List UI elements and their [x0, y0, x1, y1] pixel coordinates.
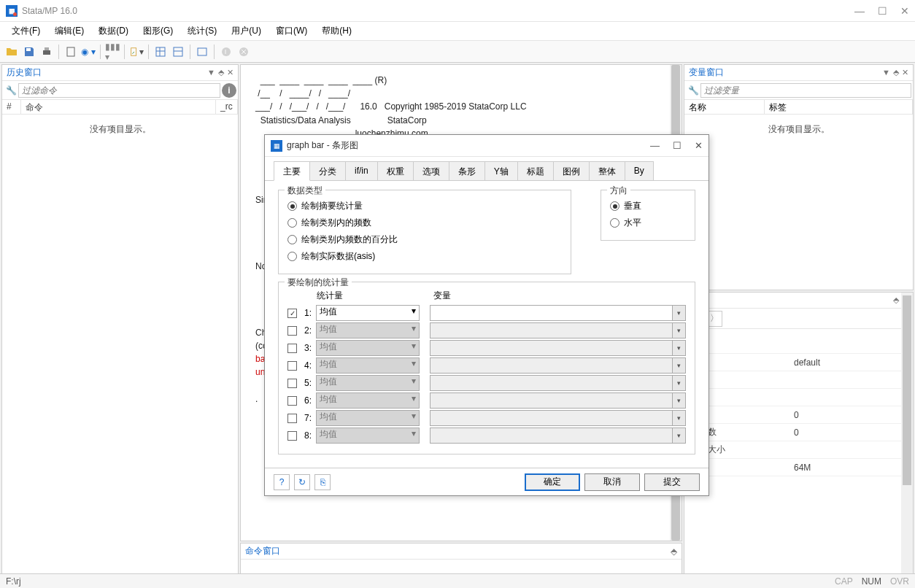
- info-icon[interactable]: i: [222, 83, 236, 98]
- variables-manager-icon[interactable]: [195, 45, 209, 59]
- datatype-radio-0[interactable]: 绘制摘要统计量: [287, 198, 562, 214]
- stat-row-6: 6:均值 ▾▾: [287, 392, 686, 409]
- dialog-maximize-button[interactable]: ☐: [673, 140, 682, 151]
- viewer-icon[interactable]: ◉ ▾: [81, 45, 96, 59]
- var-select-1[interactable]: ▾: [430, 305, 686, 321]
- graph-bar-dialog: ▦ graph bar - 条形图 — ☐ ✕ 主要分类if/in权重选项条形Y…: [264, 134, 709, 496]
- close-panel-icon[interactable]: ✕: [227, 68, 233, 77]
- tab-0[interactable]: 主要: [274, 161, 310, 181]
- properties-scrollbar[interactable]: [901, 293, 913, 586]
- data-editor-icon[interactable]: [153, 45, 168, 59]
- pin-icon[interactable]: ⬘: [218, 68, 224, 77]
- stat-checkbox-6[interactable]: [287, 396, 297, 406]
- menu-help[interactable]: 帮助(H): [316, 23, 358, 39]
- pin-icon[interactable]: ⬘: [671, 546, 677, 557]
- history-columns: # 命令 _rc: [2, 100, 238, 115]
- col-name[interactable]: 名称: [684, 100, 765, 114]
- direction-horizontal-radio[interactable]: 水平: [610, 214, 686, 231]
- stat-row-4: 4:均值 ▾▾: [287, 357, 686, 374]
- col-index[interactable]: #: [2, 100, 21, 114]
- log-icon[interactable]: [63, 45, 78, 59]
- menu-window[interactable]: 窗口(W): [270, 23, 313, 39]
- filter-icon[interactable]: ▼: [207, 68, 215, 77]
- dofile-icon[interactable]: ▾: [129, 45, 144, 59]
- maximize-button[interactable]: ☐: [878, 5, 887, 17]
- variables-columns: 名称 标签: [684, 100, 913, 115]
- dialog-tabs: 主要分类if/in权重选项条形Y轴标题图例整体By: [265, 157, 709, 180]
- stat-checkbox-8[interactable]: [287, 431, 297, 441]
- var-select-3: ▾: [430, 340, 686, 356]
- menu-data[interactable]: 数据(D): [93, 23, 134, 39]
- tab-1[interactable]: 分类: [309, 161, 346, 180]
- direction-vertical-radio[interactable]: 垂直: [610, 198, 686, 214]
- stat-select-8: 均值 ▾: [316, 428, 420, 444]
- status-path: F:\rj: [6, 576, 21, 587]
- col-label[interactable]: 标签: [765, 100, 913, 114]
- menu-user[interactable]: 用户(U): [225, 23, 267, 39]
- print-icon[interactable]: [39, 45, 54, 59]
- history-filter-input[interactable]: [18, 83, 220, 98]
- chevron-down-icon: ▾: [672, 393, 685, 408]
- var-header: 变量: [433, 290, 686, 302]
- separator: [124, 45, 125, 59]
- menu-graphics[interactable]: 图形(G): [137, 23, 179, 39]
- stat-checkbox-4[interactable]: [287, 361, 297, 371]
- dialog-title: graph bar - 条形图: [287, 139, 358, 152]
- svg-rect-4: [131, 47, 136, 55]
- chevron-down-icon: ▾: [672, 376, 685, 390]
- menu-edit[interactable]: 编辑(E): [49, 23, 90, 39]
- help-button[interactable]: ?: [274, 474, 290, 490]
- separator: [190, 45, 190, 59]
- dialog-minimize-button[interactable]: —: [650, 140, 660, 151]
- tab-10[interactable]: By: [625, 161, 654, 180]
- properties-panel: 口 ⬘ ✕ 〈 〉 量程default注释变量0观测数0文件大小内存64M: [684, 292, 914, 587]
- datatype-radio-3[interactable]: 绘制实际数据(asis): [287, 248, 562, 265]
- menu-stats[interactable]: 统计(S): [182, 23, 223, 39]
- stat-checkbox-7[interactable]: [287, 414, 297, 423]
- radio-icon: [287, 218, 297, 228]
- tab-5[interactable]: 条形: [449, 161, 485, 180]
- stat-checkbox-1[interactable]: [287, 309, 297, 318]
- var-select-6: ▾: [430, 392, 686, 409]
- dialog-close-button[interactable]: ✕: [695, 140, 703, 151]
- stat-checkbox-5[interactable]: [287, 379, 297, 388]
- close-panel-icon[interactable]: ✕: [902, 68, 908, 77]
- tab-2[interactable]: if/in: [345, 161, 378, 180]
- graph-icon[interactable]: ▮▮▮ ▾: [105, 45, 120, 59]
- stat-checkbox-3[interactable]: [287, 344, 297, 353]
- close-button[interactable]: ✕: [900, 5, 909, 17]
- radio-icon: [287, 235, 297, 244]
- variables-filter-input[interactable]: [700, 83, 911, 98]
- reset-button[interactable]: ↻: [294, 474, 310, 490]
- tab-6[interactable]: Y轴: [484, 161, 518, 180]
- col-rc[interactable]: _rc: [216, 100, 238, 114]
- menu-file[interactable]: 文件(F): [6, 23, 46, 39]
- stat-select-7: 均值 ▾: [316, 410, 420, 426]
- var-select-4: ▾: [430, 357, 686, 374]
- tab-7[interactable]: 标题: [517, 161, 554, 180]
- open-icon[interactable]: [4, 45, 19, 59]
- search-icon: 🔧: [686, 85, 700, 96]
- tab-3[interactable]: 权重: [377, 161, 414, 180]
- submit-button[interactable]: 提交: [644, 473, 700, 491]
- stat-checkbox-2[interactable]: [287, 326, 297, 336]
- app-title: Stata/MP 16.0: [22, 6, 77, 16]
- minimize-button[interactable]: —: [854, 5, 865, 17]
- stat-select-1[interactable]: 均值 ▾: [316, 305, 420, 321]
- ok-button[interactable]: 确定: [525, 473, 580, 491]
- data-browser-icon[interactable]: [171, 45, 185, 59]
- datatype-radio-1[interactable]: 绘制类别内的频数: [287, 214, 562, 231]
- col-command[interactable]: 命令: [21, 100, 216, 114]
- pin-icon[interactable]: ⬘: [893, 68, 899, 77]
- save-icon[interactable]: [22, 45, 36, 59]
- tab-4[interactable]: 选项: [413, 161, 449, 180]
- pin-icon[interactable]: ⬘: [893, 295, 899, 305]
- cancel-button[interactable]: 取消: [584, 473, 640, 491]
- copy-button[interactable]: ⎘: [314, 474, 331, 490]
- stat-select-4: 均值 ▾: [316, 357, 420, 374]
- direction-legend: 方向: [607, 185, 630, 197]
- datatype-radio-2[interactable]: 绘制类别内频数的百分比: [287, 231, 562, 248]
- filter-icon[interactable]: ▼: [882, 68, 890, 77]
- tab-8[interactable]: 图例: [553, 161, 590, 180]
- tab-9[interactable]: 整体: [589, 161, 625, 180]
